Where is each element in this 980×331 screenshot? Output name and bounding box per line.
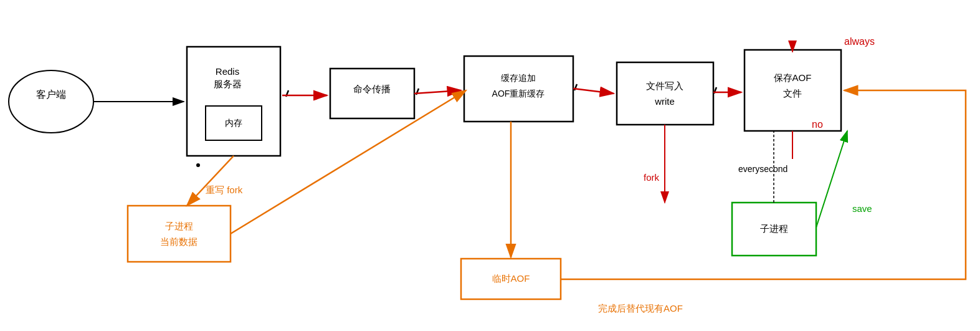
arrow-child1-aofbuffer xyxy=(231,90,466,234)
aof-buffer-label2: AOF重新缓存 xyxy=(492,89,545,98)
arrow-tempaof-saveaof xyxy=(561,90,966,279)
file-write-label2: write xyxy=(654,96,675,107)
rewrite-fork-label: 重写 fork xyxy=(206,185,243,195)
arrow-memory-child1 xyxy=(187,156,234,206)
fork-label: fork xyxy=(644,172,660,183)
child-process1-box xyxy=(128,206,231,262)
save-label: save xyxy=(852,203,872,214)
redis-server-label2: 服务器 xyxy=(214,79,242,89)
replace-label: 完成后替代现有AOF xyxy=(598,303,683,314)
diagram-svg: 客户端 Redis 服务器 内存 命令传播 缓存追加 AOF重新缓存 文件写入 … xyxy=(0,0,980,331)
arrow-cmd-aof xyxy=(414,90,461,94)
diagram-container: 客户端 Redis 服务器 内存 命令传播 缓存追加 AOF重新缓存 文件写入 … xyxy=(0,0,980,331)
client-label: 客户端 xyxy=(36,89,66,100)
svg-line-13 xyxy=(816,131,847,228)
temp-aof-label: 临时AOF xyxy=(492,273,530,284)
child-process1-label2: 当前数据 xyxy=(160,236,197,247)
always-label: always xyxy=(844,36,875,47)
save-aof-label2: 文件 xyxy=(783,88,802,98)
no-label: no xyxy=(812,119,823,130)
file-write-label1: 文件写入 xyxy=(646,80,683,91)
save-aof-label1: 保存AOF xyxy=(774,72,812,83)
cmd-propagate-label: 命令传播 xyxy=(353,84,391,94)
file-write-box xyxy=(617,62,713,125)
child-process2-label: 子进程 xyxy=(760,223,788,234)
aof-buffer-label1: 缓存追加 xyxy=(501,73,536,83)
arrow-aof-filewrite xyxy=(573,89,614,94)
redis-server-label1: Redis xyxy=(216,66,239,77)
redis-server-box xyxy=(187,47,280,156)
child-process1-label1: 子进程 xyxy=(165,221,193,231)
memory-label: 内存 xyxy=(225,118,242,128)
client-circle xyxy=(9,70,93,133)
everysecond-label: everysecond xyxy=(738,164,787,174)
dot-decoration xyxy=(196,163,200,167)
